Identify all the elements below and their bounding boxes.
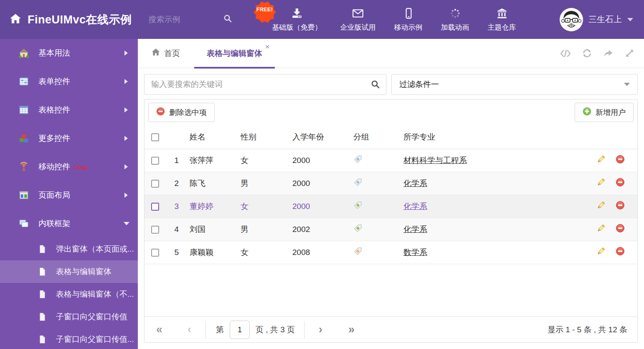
nav-item-label: 移动示例 [394,23,423,32]
search-icon[interactable] [223,14,233,25]
page-label-suffix: 页 , 共 3 页 [256,324,295,335]
app-logo[interactable]: FineUIMvc在线示例 [0,12,132,27]
sidebar-subitem-child-to-parent-2[interactable]: 子窗口向父窗口传值... [0,328,138,349]
sidebar-item-page-layout[interactable]: 页面布局 [0,181,138,209]
antenna-icon [18,161,29,172]
sidebar: 基本用法 表单控件 表格控件 更多控件 移动控件 Corp. 页面布局 [0,39,138,349]
column-row-number [164,125,185,149]
filter-dropdown[interactable]: 过滤条件一 [391,74,638,95]
chevron-right-icon [124,193,128,198]
edit-pencil-icon[interactable] [596,201,606,212]
major-link[interactable]: 化学系 [403,179,427,188]
sidebar-item-basic-usage[interactable]: 基本用法 [0,39,138,67]
cell-year: 2000 [287,195,348,218]
pagination-bar: « ‹ 第 页 , 共 3 页 › » 显示 1 - 5 条 , 共 12 条 [145,316,637,342]
sidebar-item-label: 页面布局 [38,190,70,201]
sidebar-item-inline-frame[interactable]: 内联框架 [0,209,138,238]
cell-gender: 女 [236,241,287,264]
delete-selected-button[interactable]: 删除选中项 [148,103,215,122]
envelope-icon [352,7,364,20]
row-checkbox[interactable] [151,180,159,188]
home-icon [151,48,160,59]
sidebar-item-label: 更多控件 [38,133,70,144]
sidebar-item-grid-controls[interactable]: 表格控件 [0,96,138,124]
next-page-icon[interactable]: › [319,324,322,335]
nav-item-enterprise-trial[interactable]: 企业版试用 [340,7,376,32]
document-icon [38,290,47,299]
first-page-icon[interactable]: « [156,324,162,335]
row-number: 1 [164,149,185,172]
select-all-checkbox[interactable] [151,133,159,141]
add-user-button[interactable]: 新增用户 [575,103,634,122]
header-search-input[interactable] [149,15,216,24]
row-checkbox[interactable] [151,157,159,165]
chevron-down-icon [624,83,630,86]
table-row[interactable]: 3 董婷婷 女 2000 化学系 [145,195,637,218]
row-checkbox[interactable] [151,226,159,234]
delete-row-icon[interactable] [616,247,625,258]
tab-home[interactable]: 首页 [151,48,180,59]
tab-active-label: 表格与编辑窗体 [207,48,262,59]
delete-row-icon[interactable] [616,155,625,166]
chevron-down-icon [627,18,633,21]
prev-page-icon[interactable]: ‹ [188,324,191,335]
row-checkbox[interactable] [151,249,159,257]
sidebar-item-mobile-controls[interactable]: 移动控件 Corp. [0,153,138,181]
nav-item-mobile-demo[interactable]: 移动示例 [394,7,423,32]
column-year: 入学年份 [287,125,348,149]
sidebar-item-label: 基本用法 [38,48,70,59]
table-row[interactable]: 5 康颖颖 女 2008 数学系 [145,241,637,264]
user-menu[interactable]: 三生石上 [560,8,644,31]
nav-item-basic-free[interactable]: FREE! 基础版（免费） [272,7,322,32]
major-link[interactable]: 化学系 [403,202,427,211]
delete-row-icon[interactable] [616,178,625,189]
source-code-icon[interactable] [560,48,571,59]
sidebar-subitem-popup-window[interactable]: 弹出窗体（本页面或... [0,238,138,260]
major-link[interactable]: 数学系 [403,248,427,257]
nav-item-loading-animation[interactable]: 加载动画 [441,7,469,32]
sidebar-subitem-grid-edit-window-no[interactable]: 表格与编辑窗体（不... [0,283,138,306]
tag-icon [348,241,398,264]
delete-row-icon[interactable] [616,224,625,235]
main-content: 首页 表格与编辑窗体 ✕ [138,39,644,349]
sidebar-item-more-controls[interactable]: 更多控件 [0,124,138,153]
nav-item-theme-repo[interactable]: 主题仓库 [488,7,516,32]
edit-pencil-icon[interactable] [596,155,606,166]
delete-selected-label: 删除选中项 [169,107,207,117]
cell-gender: 男 [236,172,287,195]
last-page-icon[interactable]: » [348,324,355,335]
page-number-input[interactable] [230,321,250,339]
download-icon [291,7,303,20]
cell-gender: 女 [236,195,287,218]
sidebar-item-label: 表格控件 [38,104,70,115]
mobile-icon [402,7,415,20]
table-row[interactable]: 1 张萍萍 女 2000 材料科学与工程系 [145,149,637,172]
cell-name: 康颖颖 [185,241,236,264]
cubes-icon [18,133,29,144]
sidebar-item-form-controls[interactable]: 表单控件 [0,67,138,96]
sidebar-item-label: 表单控件 [38,76,70,87]
major-link[interactable]: 化学系 [403,225,427,234]
nav-item-label: 主题仓库 [488,23,516,32]
edit-pencil-icon[interactable] [596,247,606,258]
search-icon[interactable] [370,79,380,91]
major-link[interactable]: 材料科学与工程系 [403,156,467,165]
share-icon[interactable] [603,48,614,59]
edit-pencil-icon[interactable] [596,178,606,189]
table-row[interactable]: 4 刘国 男 2002 化学系 [145,218,637,241]
keyword-search-input[interactable] [144,74,386,95]
table-icon [18,104,29,115]
home-logo-icon [9,13,22,27]
sidebar-item-label: 移动控件 [38,161,70,172]
refresh-icon[interactable] [582,48,592,59]
column-major: 所学专业 [398,125,591,149]
sidebar-subitem-child-to-parent[interactable]: 子窗口向父窗口传值 [0,306,138,328]
tab-grid-edit-window[interactable]: 表格与编辑窗体 ✕ [194,39,275,68]
edit-pencil-icon[interactable] [596,224,606,235]
expand-icon[interactable] [624,48,635,59]
delete-row-icon[interactable] [616,201,625,212]
sidebar-subitem-grid-edit-window[interactable]: 表格与编辑窗体 [0,260,138,283]
close-icon[interactable]: ✕ [265,43,270,50]
table-row[interactable]: 2 陈飞 男 2000 化学系 [145,172,637,195]
row-checkbox[interactable] [151,203,159,211]
